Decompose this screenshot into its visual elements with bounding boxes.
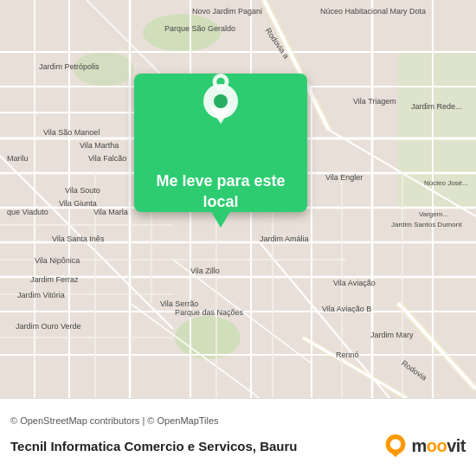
moovit-pin-icon	[383, 434, 408, 459]
moovit-brand-text: moovit	[411, 436, 466, 456]
svg-marker-52	[389, 451, 402, 457]
attribution: © OpenStreetMap contributors | © OpenMap…	[0, 412, 476, 429]
map-container: Novo Jardim Pagani Núceo Habitacional Ma…	[0, 0, 476, 398]
svg-point-1	[143, 14, 221, 52]
svg-point-51	[390, 439, 401, 449]
moovit-logo: moovit	[383, 434, 466, 459]
location-info: Tecnil Informatica Comercio e Servicos, …	[0, 429, 476, 464]
attribution-text: © OpenStreetMap contributors | © OpenMap…	[10, 415, 219, 426]
popup-card[interactable]: Me leve para este local	[134, 74, 307, 212]
location-name: Tecnil Informatica Comercio e Servicos, …	[10, 439, 298, 453]
svg-point-3	[175, 316, 241, 359]
bottom-bar: © OpenStreetMap contributors | © OpenMap…	[0, 398, 476, 476]
popup-text: Me leve para este local	[134, 171, 307, 212]
svg-rect-4	[398, 52, 476, 208]
map-pin-icon	[200, 82, 241, 131]
svg-point-48	[214, 94, 228, 108]
svg-point-2	[74, 52, 134, 87]
